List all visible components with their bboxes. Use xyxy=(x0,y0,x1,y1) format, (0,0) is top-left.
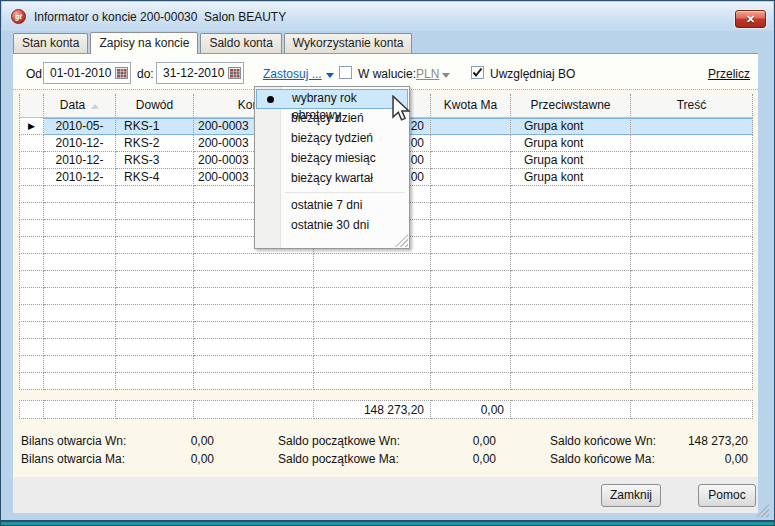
menu-item[interactable]: bieżący tydzień xyxy=(255,129,409,149)
table-cell xyxy=(631,305,753,322)
table-cell xyxy=(314,322,431,339)
menu-item[interactable]: ostatnie 30 dni xyxy=(255,216,409,236)
table-cell: 148 273,20 xyxy=(314,400,431,419)
table-cell xyxy=(194,271,314,288)
summary-row: Bilans otwarcia Ma:0,00 xyxy=(21,450,214,468)
table-cell xyxy=(431,118,511,135)
table-cell xyxy=(631,271,753,288)
menu-item[interactable]: bieżący kwartał xyxy=(255,169,409,189)
row-selector xyxy=(19,169,44,186)
summary-column: Bilans otwarcia Wn:0,00Bilans otwarcia M… xyxy=(21,432,214,468)
table-cell xyxy=(44,400,116,419)
table-cell xyxy=(431,254,511,271)
sort-asc-icon xyxy=(91,104,99,109)
calendar-icon[interactable] xyxy=(226,63,243,83)
table-cell xyxy=(19,305,44,322)
table-cell xyxy=(19,400,44,419)
table-cell xyxy=(44,203,116,220)
summary-column: Saldo końcowe Wn:148 273,20Saldo końcowe… xyxy=(550,432,748,468)
tab-strip: Stan kontaZapisy na koncieSaldo kontaWyk… xyxy=(13,32,756,53)
przelicz-link[interactable]: Przelicz xyxy=(708,67,750,81)
uwzgledniaj-bo-label: Uwzględniaj BO xyxy=(490,67,575,81)
do-label: do: xyxy=(137,67,154,81)
table-cell xyxy=(194,254,314,271)
summary-row: Saldo początkowe Ma:0,00 xyxy=(278,450,496,468)
summary-value: 0,00 xyxy=(191,432,214,450)
table-cell xyxy=(314,288,431,305)
tab-4[interactable]: Wykorzystanie konta xyxy=(284,33,413,53)
zastosuj-dropdown-link[interactable]: Zastosuj ... xyxy=(263,67,334,81)
table-cell xyxy=(511,400,631,419)
calendar-icon-glyph xyxy=(115,67,128,79)
w-walucie-checkbox[interactable] xyxy=(339,66,352,79)
menu-item[interactable]: wybrany rok obrotowy xyxy=(256,89,408,109)
table-sum-row: 148 273,200,00 xyxy=(19,400,753,419)
tab-2[interactable]: Zapisy na koncie xyxy=(90,32,198,54)
pomoc-button[interactable]: Pomoc xyxy=(698,484,756,507)
app-icon: gt xyxy=(11,9,26,24)
table-cell xyxy=(19,237,44,254)
summary-row: Bilans otwarcia Wn:0,00 xyxy=(21,432,214,450)
menu-item[interactable]: ostatnie 7 dni xyxy=(255,196,409,216)
summary-value: 148 273,20 xyxy=(688,432,748,450)
date-to-field[interactable]: 31-12-2010 xyxy=(156,62,244,84)
close-button[interactable]: ✕ xyxy=(735,10,766,28)
summary-row: Saldo końcowe Wn:148 273,20 xyxy=(550,432,748,450)
table-cell xyxy=(511,288,631,305)
table-cell: 2010-12- xyxy=(44,152,116,169)
table-cell xyxy=(19,356,44,373)
title-bar[interactable]: gt Informator o koncie 200-00030 Salon B… xyxy=(2,2,773,31)
column-header-2[interactable]: Dowód xyxy=(116,94,194,118)
table-cell xyxy=(431,237,511,254)
table-cell xyxy=(44,186,116,203)
table-cell: RKS-1 xyxy=(116,118,194,135)
mouse-cursor-icon xyxy=(392,95,411,126)
table-cell xyxy=(631,322,753,339)
calendar-icon-glyph xyxy=(228,67,241,79)
date-from-field[interactable]: 01-01-2010 xyxy=(43,62,131,84)
table-cell xyxy=(431,322,511,339)
table-cell: RKS-4 xyxy=(116,169,194,186)
table-cell xyxy=(19,203,44,220)
summary-label: Bilans otwarcia Ma: xyxy=(21,450,125,468)
table-cell: RKS-2 xyxy=(116,135,194,152)
zamknij-button[interactable]: Zamknij xyxy=(601,484,661,507)
summary-label: Saldo początkowe Ma: xyxy=(278,450,399,468)
menu-separator xyxy=(255,189,409,196)
table-cell xyxy=(511,220,631,237)
balance-summary: Bilans otwarcia Wn:0,00Bilans otwarcia M… xyxy=(13,426,758,472)
table-cell xyxy=(194,322,314,339)
column-header-6[interactable]: Przeciwstawne xyxy=(511,94,631,118)
table-cell xyxy=(431,203,511,220)
sum-row: 148 273,200,00 xyxy=(19,400,753,419)
table-cell xyxy=(314,339,431,356)
summary-column: Saldo początkowe Wn:0,00Saldo początkowe… xyxy=(278,432,496,468)
table-cell xyxy=(511,322,631,339)
table-empty-row xyxy=(19,305,753,322)
table-cell xyxy=(631,373,753,390)
date-to-value: 31-12-2010 xyxy=(157,66,226,80)
menu-item[interactable]: bieżący miesiąc xyxy=(255,149,409,169)
table-cell: Grupa kont xyxy=(511,135,631,152)
table-cell xyxy=(116,400,194,419)
tab-3[interactable]: Saldo konta xyxy=(200,33,281,53)
table-empty-row xyxy=(19,373,753,390)
table-cell xyxy=(631,288,753,305)
column-header-7[interactable]: Treść xyxy=(631,94,753,118)
tab-1[interactable]: Stan konta xyxy=(13,33,88,53)
column-header-1[interactable]: Data xyxy=(44,94,116,118)
uwzgledniaj-bo-checkbox[interactable] xyxy=(471,66,484,79)
table-cell xyxy=(511,237,631,254)
currency-dropdown[interactable]: PLN xyxy=(416,67,450,81)
calendar-icon[interactable] xyxy=(113,63,130,83)
table-cell xyxy=(194,305,314,322)
column-header-5[interactable]: Kwota Ma xyxy=(431,94,511,118)
table-cell xyxy=(431,135,511,152)
table-cell xyxy=(194,356,314,373)
table-cell xyxy=(631,152,753,169)
table-empty-row xyxy=(19,322,753,339)
menu-item[interactable]: bieżący dzień xyxy=(255,109,409,129)
table-cell xyxy=(431,271,511,288)
summary-value: 0,00 xyxy=(473,450,496,468)
table-cell xyxy=(511,186,631,203)
